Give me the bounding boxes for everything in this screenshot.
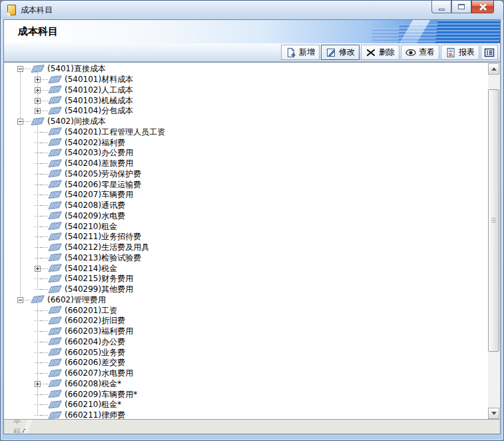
tree-item[interactable]: (660205)业务费	[5, 347, 488, 358]
toolbar-button-报表[interactable]: 报表	[441, 45, 479, 60]
toolbar-button-查看[interactable]: 查看	[401, 45, 439, 60]
new-document-icon	[286, 47, 296, 58]
tree-item[interactable]: (660211)律师费	[5, 410, 488, 419]
account-diamond-icon	[48, 138, 61, 146]
tree-item-label: (540103)机械成本	[65, 95, 133, 107]
tree-item[interactable]: (540102)人工成本	[5, 85, 488, 96]
scroll-up-button[interactable]	[488, 63, 499, 75]
account-diamond-icon	[48, 222, 61, 230]
tree-connector	[35, 402, 41, 408]
tree-item[interactable]: (660203)福利费用	[5, 326, 488, 337]
tree-item[interactable]: (540207)车辆费用	[5, 190, 488, 201]
tree-item[interactable]: (540104)分包成本	[5, 106, 488, 117]
accounts-tree: (5401)直接成本 (540101)材料成本 (540102)人工成本 (54…	[5, 64, 488, 419]
tree-item-label: (540208)通讯费	[65, 200, 125, 211]
tree-item-label: (660201)工资	[65, 305, 117, 316]
account-diamond-icon	[48, 337, 61, 345]
tree-item[interactable]: (540205)劳动保护费	[5, 169, 488, 180]
tree-item[interactable]: (540206)零星运输费	[5, 179, 488, 190]
tree-item[interactable]: (660201)工资	[5, 305, 488, 316]
tree-item[interactable]: (5401)直接成本	[5, 64, 488, 75]
vertical-scrollbar[interactable]	[488, 63, 499, 419]
tree-connector	[35, 244, 41, 250]
tree-connector	[35, 150, 41, 156]
tree-item[interactable]: (540213)检验试验费	[5, 253, 488, 264]
tree-connector	[35, 286, 41, 292]
tree-item-label: (660206)差交费	[65, 357, 125, 368]
tree-item-label: (540207)车辆费用	[65, 189, 133, 201]
tree-item[interactable]: (6602)管理费用	[5, 295, 488, 306]
tree-item-label: (540101)材料成本	[65, 74, 133, 85]
tree-item[interactable]: (540201)工程管理人员工资	[5, 127, 488, 138]
minimize-button[interactable]	[431, 1, 451, 13]
tree-item-label: (660209)车辆费用*	[65, 389, 137, 400]
tree-item[interactable]: (540202)福利费	[5, 137, 488, 148]
tree-item[interactable]: (540208)通讯费	[5, 201, 488, 211]
tree-connector	[35, 161, 41, 167]
tree-item[interactable]: (660207)水电费用	[5, 368, 488, 379]
tree-item[interactable]: (540209)水电费	[5, 211, 488, 222]
tree-item-label: (660202)折旧费	[65, 315, 125, 326]
tree-item-label: (540299)其他费用	[65, 284, 133, 295]
tree-item[interactable]: (660208)税金*	[5, 379, 488, 390]
tree-item[interactable]: (540103)机械成本	[5, 95, 488, 106]
account-diamond-icon	[48, 243, 61, 251]
account-diamond-icon	[48, 285, 61, 293]
expand-icon[interactable]	[35, 98, 41, 104]
account-diamond-icon	[48, 201, 61, 209]
maximize-button[interactable]	[451, 1, 471, 13]
collapse-icon[interactable]	[17, 66, 23, 72]
expand-icon[interactable]	[35, 108, 41, 114]
tree-item-label: (540205)劳动保护费	[65, 169, 141, 180]
account-diamond-icon	[48, 107, 61, 115]
expand-icon[interactable]	[35, 77, 41, 83]
account-diamond-icon	[48, 127, 61, 135]
tree-item[interactable]: (540299)其他费用	[5, 284, 488, 295]
toolbar-button-修改[interactable]: 修改	[321, 45, 360, 60]
eye-icon	[405, 47, 416, 58]
toolbar-button-删除[interactable]: 删除	[361, 45, 399, 60]
tree-item[interactable]: (540203)办公费用	[5, 148, 488, 159]
tree-item[interactable]: (540215)财务费用	[5, 274, 488, 284]
collapse-icon[interactable]	[17, 297, 23, 303]
tree-item-label: (540209)水电费	[65, 211, 125, 222]
tree-item[interactable]: (660204)办公费	[5, 337, 488, 348]
list-view-button[interactable]	[481, 45, 498, 60]
window-title: 成本科目	[21, 5, 53, 16]
tree-item[interactable]: (540211)业务招待费	[5, 232, 488, 242]
tree-item[interactable]: (660210)租金*	[5, 400, 488, 410]
tree-connector	[35, 308, 41, 314]
tree-item[interactable]: (660202)折旧费	[5, 316, 488, 326]
expand-icon[interactable]	[35, 266, 41, 272]
toolbar-button-group: 新增 修改 删除 查看 报表	[281, 45, 479, 60]
tree-item[interactable]: (540204)差旅费用	[5, 159, 488, 169]
title-bar[interactable]: 成本科目	[1, 1, 503, 19]
bottom-tab-bar: 所有收支科目 成本科目	[4, 419, 500, 434]
page-header: 成本科目	[4, 20, 500, 43]
toolbar-button-新增[interactable]: 新增	[281, 45, 320, 60]
expand-icon[interactable]	[35, 87, 41, 93]
collapse-icon[interactable]	[17, 119, 23, 125]
header-building-graphic	[347, 20, 500, 43]
close-button[interactable]	[471, 1, 494, 13]
tree-item[interactable]: (540101)材料成本	[5, 75, 488, 85]
tree-item[interactable]: (540212)生活费及用具	[5, 242, 488, 253]
tree-item[interactable]: (660209)车辆费用*	[5, 389, 488, 400]
account-diamond-icon	[48, 75, 61, 83]
account-diamond-icon	[48, 211, 61, 219]
tree-connector	[35, 350, 41, 356]
tree-item[interactable]: (540210)租金	[5, 221, 488, 232]
tree-item[interactable]: (660206)差交费	[5, 358, 488, 368]
tree-item[interactable]: (5402)间接成本	[5, 117, 488, 127]
account-diamond-icon	[48, 149, 61, 157]
scroll-down-button[interactable]	[488, 408, 499, 419]
edit-pencil-icon	[326, 47, 336, 58]
app-window: 成本科目 成本科目 新增 修改 删除 查看 报表	[0, 0, 504, 441]
tree-item-label: (660204)办公费	[65, 336, 125, 348]
scrollbar-thumb[interactable]	[488, 89, 499, 352]
expand-icon[interactable]	[35, 381, 41, 387]
account-diamond-icon	[48, 400, 61, 408]
tree-item[interactable]: (540214)税金	[5, 263, 488, 274]
tree-item-label: (540202)福利费	[65, 137, 125, 149]
app-document-icon	[7, 5, 16, 15]
